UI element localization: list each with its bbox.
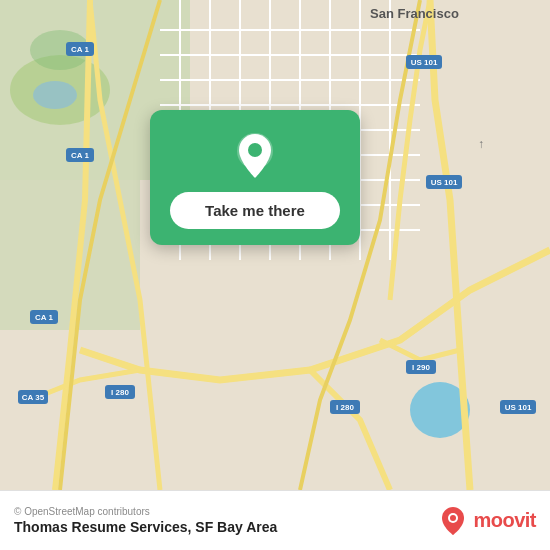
take-me-there-button[interactable]: Take me there	[170, 192, 340, 229]
map-container: CA 1 CA 1 CA 1 CA 35 US 101 US 101 US 10…	[0, 0, 550, 490]
svg-text:CA 1: CA 1	[35, 313, 53, 322]
svg-point-47	[248, 143, 262, 157]
svg-text:CA 1: CA 1	[71, 151, 89, 160]
svg-point-49	[450, 515, 456, 521]
location-card: Take me there	[150, 110, 360, 245]
moovit-pin-icon	[437, 505, 469, 537]
svg-text:US 101: US 101	[431, 178, 458, 187]
svg-text:I 280: I 280	[111, 388, 129, 397]
attribution-text: © OpenStreetMap contributors	[14, 506, 277, 517]
pin-icon	[229, 130, 281, 182]
svg-text:CA 35: CA 35	[22, 393, 45, 402]
svg-text:CA 1: CA 1	[71, 45, 89, 54]
svg-text:US 101: US 101	[411, 58, 438, 67]
svg-text:I 280: I 280	[336, 403, 354, 412]
bottom-bar: © OpenStreetMap contributors Thomas Resu…	[0, 490, 550, 550]
svg-text:I 290: I 290	[412, 363, 430, 372]
place-name: Thomas Resume Services, SF Bay Area	[14, 519, 277, 535]
moovit-logo: moovit	[437, 505, 536, 537]
moovit-text: moovit	[473, 509, 536, 532]
svg-text:US 101: US 101	[505, 403, 532, 412]
bottom-left: © OpenStreetMap contributors Thomas Resu…	[14, 506, 277, 535]
map-svg: CA 1 CA 1 CA 1 CA 35 US 101 US 101 US 10…	[0, 0, 550, 490]
svg-text:↑: ↑	[478, 137, 484, 151]
svg-text:San Francisco: San Francisco	[370, 6, 459, 21]
svg-point-5	[33, 81, 77, 109]
